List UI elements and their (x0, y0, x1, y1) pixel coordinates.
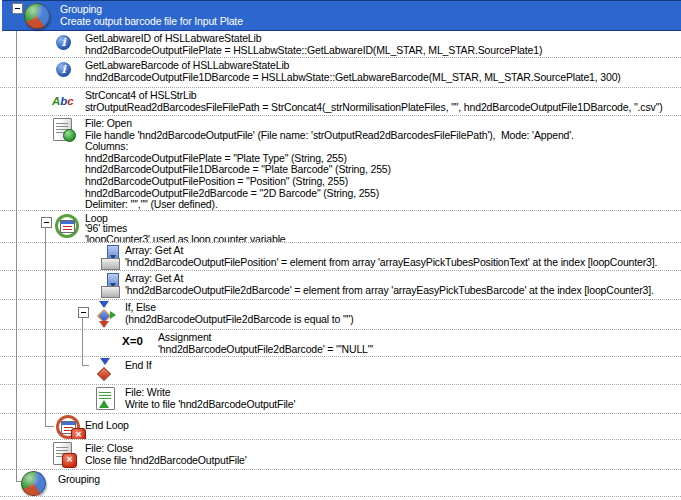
step-text: End Loop (85, 420, 129, 432)
step-text-line: StrConcat4 of HSLStrLib (85, 90, 663, 102)
step-text-line: strOutputRead2dBarcodesFileFilePath = St… (85, 102, 663, 114)
file-open-icon (53, 118, 72, 141)
file-close-icon: ✕ (53, 442, 72, 465)
step-text-line: File handle 'hnd2dBarcodeOutputFile' (Fi… (85, 130, 574, 142)
array-get-at-2-row[interactable]: Array: Get At'hnd2dBarcodeOutputFile2dBa… (0, 271, 681, 300)
group-title: Grouping (60, 4, 243, 16)
file-write-icon (96, 387, 115, 410)
array-icon (99, 245, 122, 270)
step-text-line: File: Write (125, 387, 295, 399)
step-text-line: 'loopCounter3' used as loop counter vari… (85, 234, 286, 243)
step-text: GetLabwareBarcode of HSLLabwareStateLibh… (85, 60, 621, 83)
grouping-pie-icon (21, 471, 46, 496)
step-text-line: File: Open (85, 118, 574, 130)
step-text: StrConcat4 of HSLStrLibstrOutputRead2dBa… (85, 90, 663, 113)
step-text-line: If, Else (125, 302, 353, 314)
step-text-line: Write to file 'hnd2dBarcodeOutputFile' (125, 399, 295, 411)
info-icon: i (56, 35, 71, 50)
tree-line-grouping (16, 31, 17, 481)
group-header-text: Grouping Create output barcode file for … (60, 4, 243, 27)
step-text-line: Delimiter: "","" (User defined). (85, 199, 574, 211)
step-text-line: Grouping (58, 474, 100, 486)
tree-line-if (82, 316, 83, 365)
step-text: Assignment'hnd2dBarcodeOutputFile2dBarco… (158, 332, 373, 355)
file-write-row[interactable]: File: WriteWrite to file 'hnd2dBarcodeOu… (0, 385, 681, 414)
tree-line-if-elbow (82, 365, 89, 366)
step-text: If, Else(hnd2dBarcodeOutputFile2dBarcode… (125, 302, 353, 325)
tree-line-loop-elbow (45, 426, 54, 427)
step-text-line: End If (125, 360, 152, 372)
collapse-toggle-grouping[interactable] (12, 3, 23, 14)
step-text-line: (hnd2dBarcodeOutputFile2dBarcode is equa… (125, 314, 353, 326)
collapse-toggle-loop[interactable] (41, 217, 52, 228)
step-text-line: GetLabwareID of HSLLabwareStateLib (85, 33, 542, 45)
collapse-toggle-if-else[interactable] (78, 307, 89, 318)
step-text-line: hnd2dBarcodeOutputFilePlate = HSLLabwSta… (85, 45, 542, 57)
step-text-line: Assignment (158, 332, 373, 344)
step-text-line: 'hnd2dBarcodeOutputFile2dBarcode' = elem… (125, 285, 654, 297)
step-list: iGetLabwareID of HSLLabwareStateLibhnd2d… (0, 31, 681, 497)
step-text-line: End Loop (85, 420, 129, 432)
step-text: Grouping (58, 474, 100, 486)
end-loop-row[interactable]: ✕End Loop (0, 414, 681, 440)
file-close-row[interactable]: ✕File: CloseClose file 'hnd2dBarcodeOutp… (0, 440, 681, 470)
tree-line-loop (45, 226, 46, 426)
step-text-line: Array: Get At (125, 273, 654, 285)
end-if-icon (97, 358, 111, 384)
if-else-icon (96, 301, 116, 328)
array-icon (99, 273, 122, 298)
end-if-row[interactable]: End If (0, 357, 681, 385)
step-text: File: CloseClose file 'hnd2dBarcodeOutpu… (85, 443, 247, 466)
grouping-header-row[interactable]: Grouping Create output barcode file for … (2, 0, 681, 31)
step-text: GetLabwareID of HSLLabwareStateLibhnd2dB… (85, 33, 542, 56)
if-else-row[interactable]: If, Else(hnd2dBarcodeOutputFile2dBarcode… (0, 300, 681, 330)
loop-icon (55, 214, 79, 238)
loop-row[interactable]: Loop'96' times'loopCounter3' used as loo… (0, 211, 681, 243)
step-text-line: Close file 'hnd2dBarcodeOutputFile' (85, 455, 247, 467)
step-text-line: 'hnd2dBarcodeOutputFile2dBarcode' = '"NU… (158, 344, 373, 356)
abc-icon: Abc (52, 95, 74, 107)
step-text-line: 'hnd2dBarcodeOutputFilePosition' = eleme… (125, 257, 657, 269)
step-text-line: hnd2dBarcodeOutputFilePosition = "Positi… (85, 176, 574, 188)
step-text-line: File: Close (85, 443, 247, 455)
assignment-row[interactable]: X=0Assignment'hnd2dBarcodeOutputFile2dBa… (0, 330, 681, 357)
step-text-line: hnd2dBarcodeOutputFile1DBarcode = HSLLab… (85, 72, 621, 84)
step-text: File: OpenFile handle 'hnd2dBarcodeOutpu… (85, 118, 574, 211)
step-text: Array: Get At'hnd2dBarcodeOutputFilePosi… (125, 245, 657, 268)
array-get-at-1-row[interactable]: Array: Get At'hnd2dBarcodeOutputFilePosi… (0, 243, 681, 271)
step-text: Array: Get At'hnd2dBarcodeOutputFile2dBa… (125, 273, 654, 296)
step-text: Loop'96' times'loopCounter3' used as loo… (85, 213, 286, 243)
get-labware-id-row[interactable]: iGetLabwareID of HSLLabwareStateLibhnd2d… (0, 31, 681, 58)
file-open-row[interactable]: File: OpenFile handle 'hnd2dBarcodeOutpu… (0, 116, 681, 211)
str-concat4-row[interactable]: AbcStrConcat4 of HSLStrLibstrOutputRead2… (0, 88, 681, 116)
grouping-end-row[interactable]: Grouping (0, 470, 681, 497)
grouping-pie-icon (24, 3, 50, 29)
assignment-icon: X=0 (122, 335, 143, 347)
step-text: File: WriteWrite to file 'hnd2dBarcodeOu… (125, 387, 295, 410)
info-icon: i (56, 62, 71, 77)
tree-line-grouping-elbow (16, 481, 21, 482)
get-labware-barcode-row[interactable]: iGetLabwareBarcode of HSLLabwareStateLib… (0, 58, 681, 88)
step-text: End If (125, 360, 152, 372)
end-loop-icon: ✕ (56, 415, 80, 439)
step-text-line: GetLabwareBarcode of HSLLabwareStateLib (85, 60, 621, 72)
group-description: Create output barcode file for Input Pla… (60, 16, 243, 28)
method-editor-canvas: Grouping Create output barcode file for … (0, 0, 681, 500)
step-text-line: Array: Get At (125, 245, 657, 257)
